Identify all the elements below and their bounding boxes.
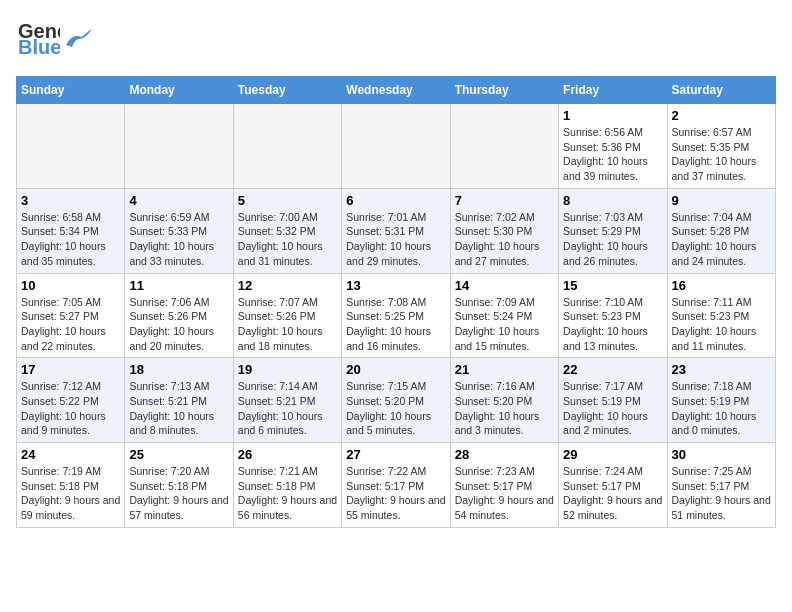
weekday-header-monday: Monday: [125, 77, 233, 104]
day-number: 14: [455, 278, 554, 293]
day-info: Sunrise: 7:17 AMSunset: 5:19 PMDaylight:…: [563, 379, 662, 438]
day-info: Sunrise: 6:59 AMSunset: 5:33 PMDaylight:…: [129, 210, 228, 269]
day-info: Sunrise: 7:08 AMSunset: 5:25 PMDaylight:…: [346, 295, 445, 354]
weekday-header-thursday: Thursday: [450, 77, 558, 104]
day-info: Sunrise: 7:05 AMSunset: 5:27 PMDaylight:…: [21, 295, 120, 354]
calendar-cell: 23Sunrise: 7:18 AMSunset: 5:19 PMDayligh…: [667, 358, 775, 443]
day-number: 20: [346, 362, 445, 377]
calendar-cell: 27Sunrise: 7:22 AMSunset: 5:17 PMDayligh…: [342, 443, 450, 528]
calendar-cell: 11Sunrise: 7:06 AMSunset: 5:26 PMDayligh…: [125, 273, 233, 358]
calendar-week-row: 10Sunrise: 7:05 AMSunset: 5:27 PMDayligh…: [17, 273, 776, 358]
weekday-header-friday: Friday: [559, 77, 667, 104]
calendar-cell: 28Sunrise: 7:23 AMSunset: 5:17 PMDayligh…: [450, 443, 558, 528]
day-number: 19: [238, 362, 337, 377]
calendar-cell: 26Sunrise: 7:21 AMSunset: 5:18 PMDayligh…: [233, 443, 341, 528]
logo-bird-icon: [64, 25, 94, 55]
day-info: Sunrise: 7:19 AMSunset: 5:18 PMDaylight:…: [21, 464, 120, 523]
day-number: 15: [563, 278, 662, 293]
calendar-cell: 18Sunrise: 7:13 AMSunset: 5:21 PMDayligh…: [125, 358, 233, 443]
calendar-cell: 15Sunrise: 7:10 AMSunset: 5:23 PMDayligh…: [559, 273, 667, 358]
calendar-cell: 21Sunrise: 7:16 AMSunset: 5:20 PMDayligh…: [450, 358, 558, 443]
calendar-cell: 7Sunrise: 7:02 AMSunset: 5:30 PMDaylight…: [450, 188, 558, 273]
day-info: Sunrise: 7:06 AMSunset: 5:26 PMDaylight:…: [129, 295, 228, 354]
day-number: 23: [672, 362, 771, 377]
calendar-cell: 4Sunrise: 6:59 AMSunset: 5:33 PMDaylight…: [125, 188, 233, 273]
calendar-cell: 29Sunrise: 7:24 AMSunset: 5:17 PMDayligh…: [559, 443, 667, 528]
calendar-cell: 20Sunrise: 7:15 AMSunset: 5:20 PMDayligh…: [342, 358, 450, 443]
day-info: Sunrise: 7:04 AMSunset: 5:28 PMDaylight:…: [672, 210, 771, 269]
calendar-cell: 1Sunrise: 6:56 AMSunset: 5:36 PMDaylight…: [559, 104, 667, 189]
calendar-cell: 14Sunrise: 7:09 AMSunset: 5:24 PMDayligh…: [450, 273, 558, 358]
weekday-header-sunday: Sunday: [17, 77, 125, 104]
calendar-cell: 13Sunrise: 7:08 AMSunset: 5:25 PMDayligh…: [342, 273, 450, 358]
day-number: 12: [238, 278, 337, 293]
day-info: Sunrise: 7:13 AMSunset: 5:21 PMDaylight:…: [129, 379, 228, 438]
day-number: 7: [455, 193, 554, 208]
calendar-cell: 25Sunrise: 7:20 AMSunset: 5:18 PMDayligh…: [125, 443, 233, 528]
calendar-cell: 8Sunrise: 7:03 AMSunset: 5:29 PMDaylight…: [559, 188, 667, 273]
day-number: 25: [129, 447, 228, 462]
day-number: 11: [129, 278, 228, 293]
day-info: Sunrise: 7:02 AMSunset: 5:30 PMDaylight:…: [455, 210, 554, 269]
day-info: Sunrise: 7:24 AMSunset: 5:17 PMDaylight:…: [563, 464, 662, 523]
day-number: 16: [672, 278, 771, 293]
weekday-header-wednesday: Wednesday: [342, 77, 450, 104]
day-number: 29: [563, 447, 662, 462]
day-info: Sunrise: 7:03 AMSunset: 5:29 PMDaylight:…: [563, 210, 662, 269]
day-info: Sunrise: 7:20 AMSunset: 5:18 PMDaylight:…: [129, 464, 228, 523]
calendar-cell: 3Sunrise: 6:58 AMSunset: 5:34 PMDaylight…: [17, 188, 125, 273]
day-number: 6: [346, 193, 445, 208]
calendar-cell: 22Sunrise: 7:17 AMSunset: 5:19 PMDayligh…: [559, 358, 667, 443]
day-info: Sunrise: 7:10 AMSunset: 5:23 PMDaylight:…: [563, 295, 662, 354]
logo-icon: General Blue: [16, 16, 60, 60]
day-info: Sunrise: 7:00 AMSunset: 5:32 PMDaylight:…: [238, 210, 337, 269]
day-info: Sunrise: 7:21 AMSunset: 5:18 PMDaylight:…: [238, 464, 337, 523]
day-info: Sunrise: 7:15 AMSunset: 5:20 PMDaylight:…: [346, 379, 445, 438]
day-number: 26: [238, 447, 337, 462]
day-info: Sunrise: 6:56 AMSunset: 5:36 PMDaylight:…: [563, 125, 662, 184]
day-number: 21: [455, 362, 554, 377]
calendar-cell: 30Sunrise: 7:25 AMSunset: 5:17 PMDayligh…: [667, 443, 775, 528]
calendar-cell: 17Sunrise: 7:12 AMSunset: 5:22 PMDayligh…: [17, 358, 125, 443]
day-info: Sunrise: 7:01 AMSunset: 5:31 PMDaylight:…: [346, 210, 445, 269]
calendar-cell: [125, 104, 233, 189]
day-info: Sunrise: 7:11 AMSunset: 5:23 PMDaylight:…: [672, 295, 771, 354]
day-number: 1: [563, 108, 662, 123]
calendar-cell: 16Sunrise: 7:11 AMSunset: 5:23 PMDayligh…: [667, 273, 775, 358]
calendar-cell: 6Sunrise: 7:01 AMSunset: 5:31 PMDaylight…: [342, 188, 450, 273]
calendar-header-row: SundayMondayTuesdayWednesdayThursdayFrid…: [17, 77, 776, 104]
day-info: Sunrise: 7:23 AMSunset: 5:17 PMDaylight:…: [455, 464, 554, 523]
header: General Blue: [16, 16, 776, 64]
day-number: 18: [129, 362, 228, 377]
day-number: 8: [563, 193, 662, 208]
day-info: Sunrise: 6:57 AMSunset: 5:35 PMDaylight:…: [672, 125, 771, 184]
calendar-cell: [342, 104, 450, 189]
day-number: 27: [346, 447, 445, 462]
calendar-table: SundayMondayTuesdayWednesdayThursdayFrid…: [16, 76, 776, 528]
svg-text:Blue: Blue: [18, 36, 60, 58]
day-info: Sunrise: 7:14 AMSunset: 5:21 PMDaylight:…: [238, 379, 337, 438]
day-info: Sunrise: 7:09 AMSunset: 5:24 PMDaylight:…: [455, 295, 554, 354]
calendar-cell: 10Sunrise: 7:05 AMSunset: 5:27 PMDayligh…: [17, 273, 125, 358]
day-info: Sunrise: 7:22 AMSunset: 5:17 PMDaylight:…: [346, 464, 445, 523]
calendar-cell: [450, 104, 558, 189]
calendar-cell: 24Sunrise: 7:19 AMSunset: 5:18 PMDayligh…: [17, 443, 125, 528]
day-number: 10: [21, 278, 120, 293]
day-number: 24: [21, 447, 120, 462]
page-container: General Blue SundayMondayTuesdayWedne: [0, 0, 792, 536]
calendar-cell: [233, 104, 341, 189]
day-number: 17: [21, 362, 120, 377]
calendar-week-row: 17Sunrise: 7:12 AMSunset: 5:22 PMDayligh…: [17, 358, 776, 443]
calendar-cell: 12Sunrise: 7:07 AMSunset: 5:26 PMDayligh…: [233, 273, 341, 358]
calendar-cell: [17, 104, 125, 189]
calendar-cell: 2Sunrise: 6:57 AMSunset: 5:35 PMDaylight…: [667, 104, 775, 189]
day-info: Sunrise: 7:07 AMSunset: 5:26 PMDaylight:…: [238, 295, 337, 354]
day-number: 5: [238, 193, 337, 208]
day-number: 9: [672, 193, 771, 208]
day-number: 4: [129, 193, 228, 208]
day-number: 28: [455, 447, 554, 462]
day-number: 3: [21, 193, 120, 208]
day-number: 13: [346, 278, 445, 293]
day-number: 2: [672, 108, 771, 123]
calendar-week-row: 24Sunrise: 7:19 AMSunset: 5:18 PMDayligh…: [17, 443, 776, 528]
